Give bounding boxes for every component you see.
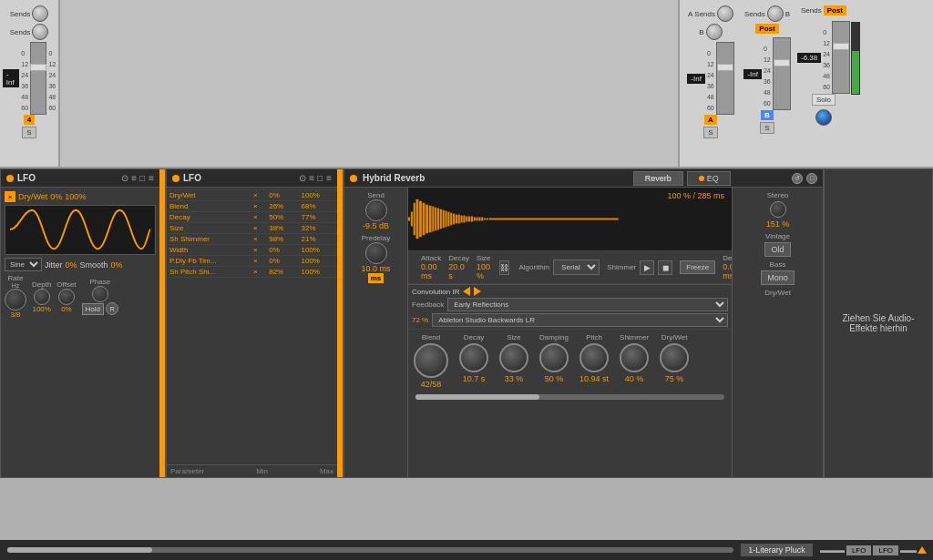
algo-select[interactable]: Serial [553, 260, 600, 275]
freeze-btn[interactable]: Freeze [680, 260, 715, 274]
lfo2-icon-2[interactable]: ≡ [309, 173, 314, 183]
lfo2-x-btn[interactable]: × [251, 201, 266, 212]
top-mixer-section: Sends Sends -Inf 01224364860 01224364860 [0, 0, 933, 168]
reverb-scrollbar[interactable] [415, 394, 724, 400]
channel-num-badge[interactable]: 4 [24, 115, 35, 125]
sends-a-right-knob[interactable] [717, 5, 733, 22]
lfo1-icon-1[interactable]: ⊙ [121, 173, 128, 183]
ms-button[interactable]: ms [368, 273, 384, 283]
lfo2-table-row[interactable]: Decay × 50% 77% [167, 212, 337, 223]
ir-next-btn[interactable] [474, 287, 481, 296]
offset-knob[interactable] [58, 289, 75, 305]
send-knob[interactable] [365, 199, 387, 221]
shimmer2-knob[interactable] [620, 343, 649, 372]
lfo2-x-btn[interactable]: × [251, 234, 266, 245]
fader-right-a[interactable] [716, 42, 734, 115]
lfo2-table-row[interactable]: Sh Shimmer × 98% 21% [167, 234, 337, 245]
lfo1-wave-display [5, 205, 156, 255]
reverb-power-dot[interactable] [350, 175, 357, 182]
reverb-right-icons: ↺ □ [792, 173, 817, 184]
predelay-knob[interactable] [365, 242, 387, 264]
lfo1-shape-select[interactable]: Sine [5, 258, 42, 271]
phase-label: Phase [89, 278, 110, 286]
lfo2-table-row[interactable]: Dry/Wet × 0% 100% [167, 190, 337, 201]
blend-knob[interactable] [414, 343, 448, 378]
lfo2-table-row[interactable]: Sh Pitch Shi... × 82% 100% [167, 267, 337, 278]
fader-master[interactable] [832, 21, 850, 94]
chain-icon-btn[interactable]: ⛓ [499, 260, 509, 275]
size2-group: Size 33 % [499, 333, 528, 383]
shimmer-icon[interactable]: ▶ [640, 260, 654, 275]
lfo1-icon-2[interactable]: ≡ [131, 173, 137, 183]
lfo2-x-btn[interactable]: × [251, 212, 266, 223]
lfo1-menu-icon[interactable]: ≡ [149, 173, 154, 183]
size2-knob[interactable] [499, 343, 528, 372]
lfo2-table-row[interactable]: Blend × 26% 68% [167, 201, 337, 212]
mixer-strip-a: A Sends B -Inf 01224364860 A S [683, 4, 738, 163]
fader-thumb-right-b[interactable] [774, 59, 790, 66]
lfo2-icon-1[interactable]: ⊙ [299, 173, 306, 183]
bass-btn[interactable]: Mono [761, 270, 795, 285]
lfo1-x-btn[interactable]: × [5, 191, 15, 202]
lfo2-table-row[interactable]: P.Dly Fb Tim... × 0% 100% [167, 256, 337, 267]
shimmer-icon2[interactable]: ◼ [658, 260, 672, 275]
drywet-knob[interactable] [660, 343, 689, 372]
post-button-b[interactable]: Post [755, 24, 778, 34]
vintage-btn[interactable]: Old [764, 242, 790, 257]
reverb-icon-2[interactable]: □ [806, 173, 817, 184]
sends-a-knob[interactable] [32, 5, 48, 22]
reverb-tab-eq[interactable]: EQ [687, 171, 731, 186]
fader-thumb-1[interactable] [30, 64, 46, 71]
fader-thumb-right-a[interactable] [717, 64, 733, 71]
lfo2-menu-icon[interactable]: ≡ [326, 173, 332, 183]
lfo2-x-btn[interactable]: × [251, 190, 266, 201]
lfo1-body: × Dry/Wet 0% 100% Sine Jitter [1, 188, 159, 322]
eq-dot [699, 176, 704, 181]
sends-b-right-knob[interactable] [706, 24, 723, 40]
solo-btn-master[interactable]: Solo [812, 94, 836, 106]
pitch-knob[interactable] [579, 343, 609, 372]
damping-knob[interactable] [539, 343, 569, 372]
lfo1-header: LFO ⊙ ≡ □ ≡ [1, 169, 159, 188]
reverb-icon-1[interactable]: ↺ [792, 173, 803, 184]
depth-knob[interactable] [34, 289, 50, 305]
lfo1-icon-3[interactable]: □ [139, 173, 145, 183]
fader-right-b[interactable] [773, 37, 791, 110]
sends-b-top-knob[interactable] [767, 5, 784, 22]
lfo2-table-row[interactable]: Size × 38% 32% [167, 223, 337, 234]
fader-thumb-master[interactable] [833, 43, 849, 50]
main-scrollbar[interactable] [7, 547, 733, 553]
hold-btn[interactable]: Hold [82, 303, 104, 315]
ir-select-2[interactable]: Ableton Studio Backwards LR [432, 313, 728, 327]
post-btn-master[interactable]: Post [824, 5, 846, 15]
ir-select-1[interactable]: Early Reflections [447, 298, 728, 311]
s-btn-b[interactable]: S [760, 122, 774, 134]
phase-knob[interactable] [92, 286, 108, 302]
decay2-knob[interactable] [459, 343, 488, 372]
solo-s-button[interactable]: S [22, 127, 36, 138]
sends-b-knob[interactable] [32, 24, 48, 40]
lfo2-power-dot[interactable] [172, 175, 179, 182]
lfo2-x-btn[interactable]: × [251, 256, 266, 267]
stereo-knob[interactable] [770, 201, 786, 218]
main-scrollbar-thumb[interactable] [7, 547, 152, 553]
lfo2-x-btn[interactable]: × [251, 245, 266, 256]
bottom-plugins-section: LFO ⊙ ≡ □ ≡ × Dry/Wet 0% 100% [0, 168, 933, 478]
headphone-knob[interactable] [815, 109, 832, 126]
s-btn-a[interactable]: S [703, 127, 717, 138]
lfo2-icon-3[interactable]: □ [317, 173, 323, 183]
lfo1-power-dot[interactable] [6, 175, 14, 182]
lfo2-x-btn[interactable]: × [251, 223, 266, 234]
r-btn[interactable]: R [106, 302, 118, 315]
nav-up-btn[interactable] [918, 546, 927, 554]
reverb-tab-reverb[interactable]: Reverb [633, 171, 683, 186]
lfo2-table-row[interactable]: Width × 0% 100% [167, 245, 337, 256]
reverb-scrollbar-thumb[interactable] [415, 394, 539, 400]
lfo-label-1[interactable]: LFO [846, 545, 872, 555]
lfo2-x-btn[interactable]: × [251, 267, 266, 278]
rate-knob[interactable] [5, 289, 26, 311]
ir-prev-btn[interactable] [463, 287, 470, 296]
lfo2-param-name: Sh Shimmer [167, 234, 251, 245]
lfo-label-2[interactable]: LFO [873, 545, 898, 555]
fader-1[interactable] [30, 42, 46, 115]
